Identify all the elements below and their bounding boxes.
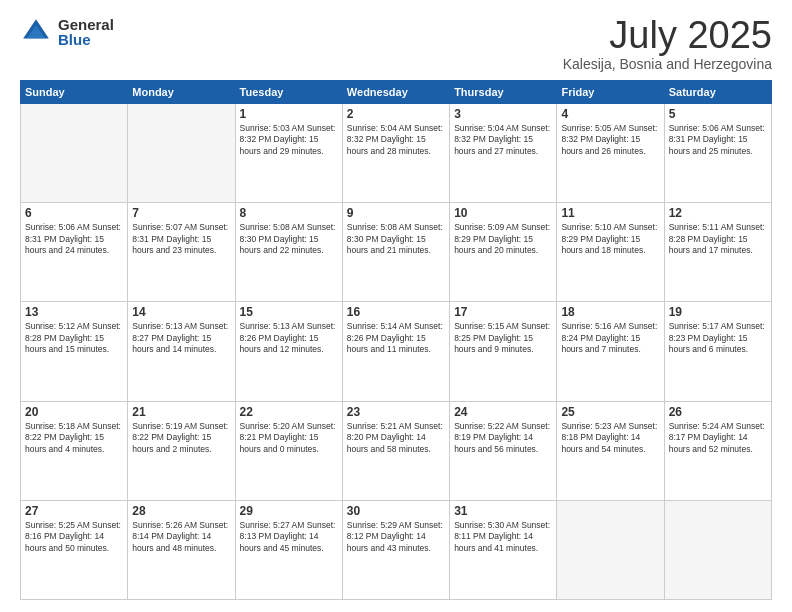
day-info: Sunrise: 5:04 AM Sunset: 8:32 PM Dayligh… xyxy=(347,123,445,157)
day-number: 11 xyxy=(561,206,659,220)
day-info: Sunrise: 5:30 AM Sunset: 8:11 PM Dayligh… xyxy=(454,520,552,554)
table-row: 23Sunrise: 5:21 AM Sunset: 8:20 PM Dayli… xyxy=(342,401,449,500)
day-info: Sunrise: 5:19 AM Sunset: 8:22 PM Dayligh… xyxy=(132,421,230,455)
day-number: 1 xyxy=(240,107,338,121)
table-row: 1Sunrise: 5:03 AM Sunset: 8:32 PM Daylig… xyxy=(235,104,342,203)
day-info: Sunrise: 5:29 AM Sunset: 8:12 PM Dayligh… xyxy=(347,520,445,554)
day-number: 17 xyxy=(454,305,552,319)
day-number: 26 xyxy=(669,405,767,419)
day-number: 31 xyxy=(454,504,552,518)
day-info: Sunrise: 5:11 AM Sunset: 8:28 PM Dayligh… xyxy=(669,222,767,256)
table-row: 10Sunrise: 5:09 AM Sunset: 8:29 PM Dayli… xyxy=(450,203,557,302)
header: General Blue July 2025 Kalesija, Bosnia … xyxy=(20,16,772,72)
logo-text: General Blue xyxy=(58,17,114,47)
day-info: Sunrise: 5:24 AM Sunset: 8:17 PM Dayligh… xyxy=(669,421,767,455)
header-thursday: Thursday xyxy=(450,81,557,104)
table-row: 30Sunrise: 5:29 AM Sunset: 8:12 PM Dayli… xyxy=(342,500,449,599)
day-number: 21 xyxy=(132,405,230,419)
day-info: Sunrise: 5:17 AM Sunset: 8:23 PM Dayligh… xyxy=(669,321,767,355)
day-info: Sunrise: 5:25 AM Sunset: 8:16 PM Dayligh… xyxy=(25,520,123,554)
table-row xyxy=(128,104,235,203)
day-info: Sunrise: 5:20 AM Sunset: 8:21 PM Dayligh… xyxy=(240,421,338,455)
table-row: 7Sunrise: 5:07 AM Sunset: 8:31 PM Daylig… xyxy=(128,203,235,302)
day-info: Sunrise: 5:26 AM Sunset: 8:14 PM Dayligh… xyxy=(132,520,230,554)
table-row: 11Sunrise: 5:10 AM Sunset: 8:29 PM Dayli… xyxy=(557,203,664,302)
day-number: 7 xyxy=(132,206,230,220)
table-row: 15Sunrise: 5:13 AM Sunset: 8:26 PM Dayli… xyxy=(235,302,342,401)
table-row: 19Sunrise: 5:17 AM Sunset: 8:23 PM Dayli… xyxy=(664,302,771,401)
table-row: 8Sunrise: 5:08 AM Sunset: 8:30 PM Daylig… xyxy=(235,203,342,302)
day-number: 5 xyxy=(669,107,767,121)
day-number: 16 xyxy=(347,305,445,319)
day-info: Sunrise: 5:10 AM Sunset: 8:29 PM Dayligh… xyxy=(561,222,659,256)
table-row xyxy=(557,500,664,599)
table-row: 5Sunrise: 5:06 AM Sunset: 8:31 PM Daylig… xyxy=(664,104,771,203)
table-row: 6Sunrise: 5:06 AM Sunset: 8:31 PM Daylig… xyxy=(21,203,128,302)
table-row: 29Sunrise: 5:27 AM Sunset: 8:13 PM Dayli… xyxy=(235,500,342,599)
title-section: July 2025 Kalesija, Bosnia and Herzegovi… xyxy=(563,16,772,72)
day-info: Sunrise: 5:15 AM Sunset: 8:25 PM Dayligh… xyxy=(454,321,552,355)
day-number: 20 xyxy=(25,405,123,419)
calendar-table: Sunday Monday Tuesday Wednesday Thursday… xyxy=(20,80,772,600)
table-row: 25Sunrise: 5:23 AM Sunset: 8:18 PM Dayli… xyxy=(557,401,664,500)
table-row: 20Sunrise: 5:18 AM Sunset: 8:22 PM Dayli… xyxy=(21,401,128,500)
day-info: Sunrise: 5:13 AM Sunset: 8:27 PM Dayligh… xyxy=(132,321,230,355)
day-number: 12 xyxy=(669,206,767,220)
day-info: Sunrise: 5:03 AM Sunset: 8:32 PM Dayligh… xyxy=(240,123,338,157)
day-number: 19 xyxy=(669,305,767,319)
table-row: 28Sunrise: 5:26 AM Sunset: 8:14 PM Dayli… xyxy=(128,500,235,599)
day-number: 30 xyxy=(347,504,445,518)
table-row: 24Sunrise: 5:22 AM Sunset: 8:19 PM Dayli… xyxy=(450,401,557,500)
day-info: Sunrise: 5:12 AM Sunset: 8:28 PM Dayligh… xyxy=(25,321,123,355)
logo-blue-text: Blue xyxy=(58,32,114,47)
calendar-row: 13Sunrise: 5:12 AM Sunset: 8:28 PM Dayli… xyxy=(21,302,772,401)
day-number: 13 xyxy=(25,305,123,319)
calendar-header-row: Sunday Monday Tuesday Wednesday Thursday… xyxy=(21,81,772,104)
header-sunday: Sunday xyxy=(21,81,128,104)
day-number: 27 xyxy=(25,504,123,518)
day-info: Sunrise: 5:08 AM Sunset: 8:30 PM Dayligh… xyxy=(347,222,445,256)
day-info: Sunrise: 5:14 AM Sunset: 8:26 PM Dayligh… xyxy=(347,321,445,355)
logo: General Blue xyxy=(20,16,114,48)
header-tuesday: Tuesday xyxy=(235,81,342,104)
table-row: 27Sunrise: 5:25 AM Sunset: 8:16 PM Dayli… xyxy=(21,500,128,599)
day-number: 28 xyxy=(132,504,230,518)
day-info: Sunrise: 5:06 AM Sunset: 8:31 PM Dayligh… xyxy=(25,222,123,256)
day-number: 24 xyxy=(454,405,552,419)
day-number: 25 xyxy=(561,405,659,419)
header-saturday: Saturday xyxy=(664,81,771,104)
table-row: 14Sunrise: 5:13 AM Sunset: 8:27 PM Dayli… xyxy=(128,302,235,401)
table-row: 13Sunrise: 5:12 AM Sunset: 8:28 PM Dayli… xyxy=(21,302,128,401)
table-row: 22Sunrise: 5:20 AM Sunset: 8:21 PM Dayli… xyxy=(235,401,342,500)
day-number: 18 xyxy=(561,305,659,319)
table-row: 18Sunrise: 5:16 AM Sunset: 8:24 PM Dayli… xyxy=(557,302,664,401)
day-info: Sunrise: 5:16 AM Sunset: 8:24 PM Dayligh… xyxy=(561,321,659,355)
location: Kalesija, Bosnia and Herzegovina xyxy=(563,56,772,72)
page: General Blue July 2025 Kalesija, Bosnia … xyxy=(0,0,792,612)
day-number: 29 xyxy=(240,504,338,518)
day-info: Sunrise: 5:04 AM Sunset: 8:32 PM Dayligh… xyxy=(454,123,552,157)
header-wednesday: Wednesday xyxy=(342,81,449,104)
table-row: 4Sunrise: 5:05 AM Sunset: 8:32 PM Daylig… xyxy=(557,104,664,203)
table-row: 12Sunrise: 5:11 AM Sunset: 8:28 PM Dayli… xyxy=(664,203,771,302)
day-number: 23 xyxy=(347,405,445,419)
day-number: 2 xyxy=(347,107,445,121)
table-row: 21Sunrise: 5:19 AM Sunset: 8:22 PM Dayli… xyxy=(128,401,235,500)
table-row: 31Sunrise: 5:30 AM Sunset: 8:11 PM Dayli… xyxy=(450,500,557,599)
calendar-row: 1Sunrise: 5:03 AM Sunset: 8:32 PM Daylig… xyxy=(21,104,772,203)
day-info: Sunrise: 5:09 AM Sunset: 8:29 PM Dayligh… xyxy=(454,222,552,256)
table-row: 17Sunrise: 5:15 AM Sunset: 8:25 PM Dayli… xyxy=(450,302,557,401)
day-number: 10 xyxy=(454,206,552,220)
logo-icon xyxy=(20,16,52,48)
table-row: 3Sunrise: 5:04 AM Sunset: 8:32 PM Daylig… xyxy=(450,104,557,203)
table-row xyxy=(664,500,771,599)
month-title: July 2025 xyxy=(563,16,772,54)
calendar-row: 20Sunrise: 5:18 AM Sunset: 8:22 PM Dayli… xyxy=(21,401,772,500)
day-number: 6 xyxy=(25,206,123,220)
day-number: 15 xyxy=(240,305,338,319)
header-friday: Friday xyxy=(557,81,664,104)
day-info: Sunrise: 5:07 AM Sunset: 8:31 PM Dayligh… xyxy=(132,222,230,256)
day-number: 4 xyxy=(561,107,659,121)
day-info: Sunrise: 5:27 AM Sunset: 8:13 PM Dayligh… xyxy=(240,520,338,554)
day-number: 9 xyxy=(347,206,445,220)
